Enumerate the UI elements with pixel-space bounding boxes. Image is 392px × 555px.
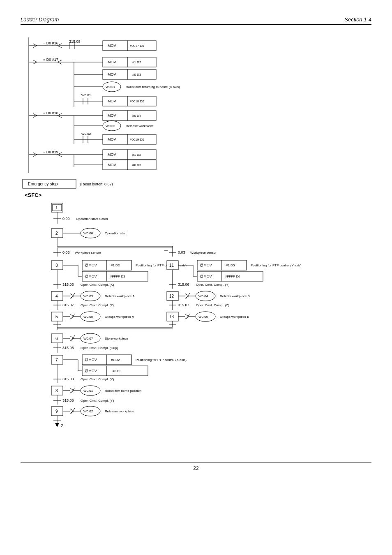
svg-text:Detects workpiece A: Detects workpiece A: [105, 294, 135, 298]
svg-text:Robot arm returning to home (X: Robot arm returning to home (X axis): [126, 85, 180, 89]
svg-text:Oper. Cmd. Compl. (Z): Oper. Cmd. Compl. (Z): [196, 303, 229, 307]
svg-text:0.03: 0.03: [62, 250, 70, 254]
svg-line-15: [33, 60, 37, 62]
svg-text:MOV: MOV: [108, 44, 116, 48]
svg-line-46: [58, 116, 62, 118]
svg-text:Oper. Cmd. Compl. (Y): Oper. Cmd. Compl. (Y): [81, 399, 114, 402]
svg-text:Store workpiece: Store workpiece: [105, 337, 129, 340]
header-left: Ladder Diagram: [21, 16, 59, 23]
svg-text:MOV: MOV: [108, 137, 116, 141]
svg-text:Oper. Cmd. Compl. (X): Oper. Cmd. Compl. (X): [81, 283, 114, 287]
svg-line-44: [33, 116, 37, 118]
svg-text:W0.01: W0.01: [83, 389, 93, 393]
svg-text:MOV: MOV: [108, 72, 116, 76]
svg-text:6: 6: [55, 336, 58, 341]
svg-line-3: [33, 46, 37, 48]
svg-text:Grasps workpiece A: Grasps workpiece A: [105, 315, 134, 319]
svg-text:= D0 #17: = D0 #17: [43, 58, 58, 62]
svg-text:Detects workpiece B: Detects workpiece B: [220, 294, 250, 298]
svg-line-184: [185, 314, 189, 317]
svg-text:MOV: MOV: [108, 113, 116, 118]
svg-text:Oper. Cmd. Compl. (X): Oper. Cmd. Compl. (X): [81, 377, 114, 381]
svg-line-18: [58, 62, 62, 64]
rung-1: = D0 #16 315.08 MOV#0017 D0: [29, 39, 156, 51]
svg-text:4: 4: [55, 294, 58, 298]
svg-text:#1 D2: #1 D2: [111, 358, 120, 362]
svg-text:0.03: 0.03: [178, 250, 185, 254]
svg-text:#0 D3: #0 D3: [132, 163, 141, 167]
svg-text:@MOV: @MOV: [200, 274, 212, 278]
svg-rect-22: [127, 57, 156, 67]
svg-text:Workpiece sensor: Workpiece sensor: [75, 251, 101, 254]
svg-text:9: 9: [55, 409, 58, 414]
svg-text:W0.01: W0.01: [81, 93, 91, 97]
svg-text:#1 D5: #1 D5: [226, 264, 235, 267]
svg-rect-50: [127, 111, 156, 120]
svg-line-246: [70, 409, 74, 411]
svg-text:@MOV: @MOV: [85, 274, 97, 278]
svg-text:#1 D2: #1 D2: [132, 60, 141, 64]
svg-text:#FFFF D3: #FFFF D3: [110, 275, 125, 278]
svg-text:Grasps workpiece B: Grasps workpiece B: [220, 315, 249, 319]
svg-text:@MOV: @MOV: [200, 263, 212, 267]
svg-text:13: 13: [169, 314, 174, 319]
svg-text:Oper. Cmd. Compl. (Z): Oper. Cmd. Compl. (Z): [81, 303, 114, 307]
svg-line-170: [70, 314, 74, 317]
svg-text:315.03: 315.03: [62, 282, 74, 287]
svg-rect-73: [127, 150, 156, 160]
svg-text:W0.01: W0.01: [106, 85, 115, 89]
svg-text:W0.05: W0.05: [83, 315, 93, 319]
svg-text:Operation start: Operation start: [105, 231, 127, 235]
svg-text:W0.04: W0.04: [198, 294, 208, 298]
svg-text:#0 D4: #0 D4: [132, 114, 141, 118]
svg-text:W0.02: W0.02: [106, 124, 115, 128]
svg-text:W0.06: W0.06: [198, 315, 208, 319]
svg-text:315.07: 315.07: [62, 303, 74, 307]
svg-text:5: 5: [55, 314, 58, 319]
ladder-diagram: = D0 #16 315.08 MOV#0017 D0 = D0 #17 MOV…: [21, 33, 193, 190]
rung-2: = D0 #17 MOV #1 D2 MOV #0 D3 W0.01 Robot…: [29, 57, 180, 107]
svg-line-2: [33, 44, 37, 46]
svg-text:#0 D3: #0 D3: [113, 369, 122, 373]
svg-text:= D0 #19: = D0 #19: [43, 150, 58, 154]
svg-line-16: [33, 62, 37, 64]
svg-text:#0019 D0: #0019 D0: [130, 138, 144, 141]
svg-text:Positioning for PTP control (Y: Positioning for PTP control (Y axis): [251, 264, 302, 267]
svg-line-67: [33, 155, 37, 157]
svg-text:W0.03: W0.03: [83, 294, 93, 298]
svg-text:@MOV: @MOV: [85, 358, 97, 362]
svg-text:Oper. Cmd. Compl. (Y): Oper. Cmd. Compl. (Y): [196, 283, 230, 287]
svg-text:Emergency stop: Emergency stop: [28, 182, 58, 186]
rung-3: = D0 #18 MOV #0 D4 W0.02 Release workpie…: [29, 111, 156, 144]
svg-text:#1 D2: #1 D2: [111, 264, 120, 267]
mov-box-1: MOV#0017 D0: [103, 41, 156, 51]
svg-text:W0.02: W0.02: [83, 409, 93, 413]
svg-line-5: [58, 46, 62, 48]
svg-rect-27: [127, 69, 156, 79]
svg-text:1: 1: [55, 206, 58, 210]
svg-line-142: [70, 294, 74, 296]
svg-text:MOV: MOV: [108, 163, 116, 167]
svg-text:8: 8: [55, 388, 58, 393]
svg-text:7: 7: [55, 358, 58, 362]
svg-text:MOV: MOV: [108, 99, 116, 103]
svg-text:3: 3: [55, 263, 58, 268]
svg-text:W0.02: W0.02: [81, 132, 91, 136]
svg-text:#FFFF D6: #FFFF D6: [225, 275, 240, 278]
svg-text:2: 2: [61, 423, 63, 428]
svg-text:W0.00: W0.00: [83, 231, 93, 235]
svg-text:11: 11: [169, 263, 174, 268]
svg-text:Oper. Cmd. Compl. (Grip): Oper. Cmd. Compl. (Grip): [81, 346, 118, 350]
svg-text:315.06: 315.06: [62, 398, 74, 402]
svg-text:#0017 D0: #0017 D0: [130, 44, 144, 48]
svg-text:2: 2: [55, 231, 58, 236]
svg-text:Robot arm home position: Robot arm home position: [105, 389, 141, 393]
svg-text:#0018 D0: #0018 D0: [130, 99, 144, 103]
svg-text:@MOV: @MOV: [85, 369, 97, 373]
svg-text:MOV: MOV: [108, 60, 116, 64]
svg-text:315.08: 315.08: [62, 346, 74, 350]
svg-text:12: 12: [169, 294, 174, 298]
svg-text:(Reset button: 0.02): (Reset button: 0.02): [80, 182, 113, 186]
svg-text:0.00: 0.00: [62, 217, 70, 221]
rung-4: = D0 #19 MOV #1 D2 MOV #0 D3: [29, 150, 156, 170]
